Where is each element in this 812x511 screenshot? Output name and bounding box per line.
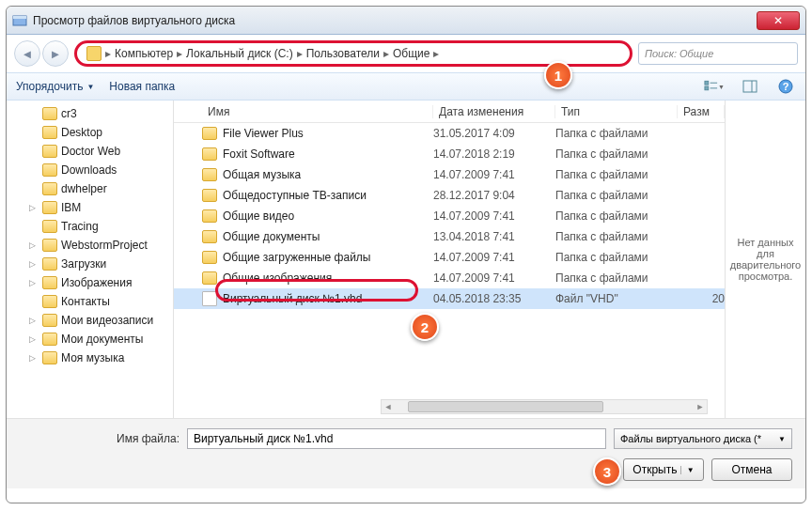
folder-icon <box>86 46 102 61</box>
col-name[interactable]: Имя <box>202 105 433 118</box>
folder-icon <box>202 251 217 264</box>
folder-icon <box>42 295 57 308</box>
new-folder-button[interactable]: Новая папка <box>109 80 175 93</box>
tree-item[interactable]: ▷Мои видеозаписи <box>7 311 173 330</box>
filename-label: Имя файла: <box>20 432 180 445</box>
search-input[interactable]: Поиск: Общие <box>638 42 798 65</box>
folder-icon <box>42 351 57 364</box>
svg-rect-2 <box>705 81 709 85</box>
folder-icon <box>42 220 57 233</box>
file-row[interactable]: File Viewer Plus31.05.2017 4:09Папка с ф… <box>174 123 725 144</box>
filetype-filter[interactable]: Файлы виртуального диска (*▼ <box>614 428 792 449</box>
tree-item[interactable]: Tracing <box>7 217 173 236</box>
file-row[interactable]: Общая музыка14.07.2009 7:41Папка с файла… <box>174 164 725 185</box>
folder-icon <box>42 314 57 327</box>
file-row[interactable]: Общие документы13.04.2018 7:41Папка с фа… <box>174 226 725 247</box>
folder-icon <box>42 145 57 158</box>
back-button[interactable]: ◄ <box>14 40 40 67</box>
cancel-button[interactable]: Отмена <box>711 458 792 481</box>
tree-item[interactable]: ▷Изображения <box>7 273 173 292</box>
address-bar[interactable]: ▸ Компьютер▸ Локальный диск (C:)▸ Пользо… <box>74 40 632 67</box>
tree-item[interactable]: ▷IBM <box>7 198 173 217</box>
folder-icon <box>202 230 217 243</box>
view-mode-button[interactable]: ▼ <box>704 78 725 95</box>
dialog-footer: Имя файла: Файлы виртуального диска (*▼ … <box>7 418 805 488</box>
file-row[interactable]: Общедоступные ТВ-записи28.12.2017 9:04Па… <box>174 185 725 206</box>
tree-item[interactable]: Doctor Web <box>7 142 173 161</box>
file-row[interactable]: Foxit Software14.07.2018 2:19Папка с фай… <box>174 144 725 164</box>
annotation-callout-3: 3 <box>593 457 621 486</box>
toolbar: Упорядочить ▼ Новая папка ▼ ? <box>7 72 805 101</box>
folder-tree[interactable]: cr3DesktopDoctor WebDownloadsdwhelper▷IB… <box>7 101 174 418</box>
forward-button[interactable]: ► <box>42 40 69 67</box>
tree-item[interactable]: Desktop <box>7 123 173 142</box>
preview-pane-button[interactable] <box>740 78 760 95</box>
folder-icon <box>42 126 57 139</box>
folder-icon <box>202 147 217 161</box>
folder-icon <box>42 276 57 289</box>
folder-icon <box>42 257 57 271</box>
tree-item[interactable]: Контакты <box>7 292 173 311</box>
folder-icon <box>42 333 57 346</box>
window-title: Просмотр файлов виртуального диска <box>33 14 757 27</box>
file-row[interactable]: Общие изображения14.07.2009 7:41Папка с … <box>174 268 725 288</box>
folder-icon <box>42 107 57 120</box>
folder-icon <box>42 163 57 177</box>
filename-input[interactable] <box>187 428 606 449</box>
organize-button[interactable]: Упорядочить ▼ <box>16 80 94 93</box>
help-button[interactable]: ? <box>775 78 796 95</box>
folder-icon <box>42 201 57 214</box>
tree-item[interactable]: cr3 <box>7 104 173 123</box>
folder-icon <box>42 182 57 195</box>
preview-pane: Нет данных для дварительного просмотра. <box>725 101 805 418</box>
file-row[interactable]: Общие видео14.07.2009 7:41Папка с файлам… <box>174 206 725 226</box>
folder-icon <box>202 189 217 202</box>
file-row[interactable]: Общие загруженные файлы14.07.2009 7:41Па… <box>174 247 725 268</box>
search-placeholder: Поиск: Общие <box>645 48 713 59</box>
tree-item[interactable]: ▷WebstormProject <box>7 236 173 255</box>
tree-item[interactable]: Downloads <box>7 161 173 179</box>
svg-rect-6 <box>743 81 757 92</box>
tree-item[interactable]: dwhelper <box>7 179 173 198</box>
annotation-callout-1: 1 <box>544 61 572 89</box>
breadcrumb-segment[interactable]: Локальный диск (C:) <box>186 47 293 60</box>
file-icon <box>202 291 217 306</box>
svg-rect-3 <box>705 86 709 90</box>
file-row[interactable]: Виртуальный диск №1.vhd04.05.2018 23:35Ф… <box>174 288 725 309</box>
folder-icon <box>202 209 217 223</box>
nav-row: ◄ ► ▸ Компьютер▸ Локальный диск (C:)▸ По… <box>7 35 805 72</box>
folder-icon <box>202 168 217 181</box>
horizontal-scrollbar[interactable]: ◄► <box>381 399 708 414</box>
breadcrumb-segment[interactable]: Пользователи <box>306 47 380 60</box>
svg-rect-1 <box>13 16 26 19</box>
open-button[interactable]: Открыть ▼ <box>623 458 704 481</box>
close-button[interactable]: ✕ <box>757 11 800 30</box>
app-icon <box>12 13 27 28</box>
folder-icon <box>202 127 217 140</box>
col-size[interactable]: Разм <box>678 105 725 118</box>
tree-item[interactable]: ▷Загрузки <box>7 255 173 273</box>
col-modified[interactable]: Дата изменения <box>433 105 555 118</box>
file-list[interactable]: Имя Дата изменения Тип Разм File Viewer … <box>174 101 725 418</box>
svg-text:?: ? <box>783 81 789 92</box>
col-type[interactable]: Тип <box>555 105 678 118</box>
tree-item[interactable]: ▷Моя музыка <box>7 348 173 367</box>
breadcrumb-segment[interactable]: Общие <box>393 47 429 60</box>
tree-item[interactable]: ▷Мои документы <box>7 330 173 348</box>
column-headers[interactable]: Имя Дата изменения Тип Разм <box>174 101 725 123</box>
annotation-callout-2: 2 <box>411 313 439 341</box>
folder-icon <box>42 239 57 252</box>
titlebar: Просмотр файлов виртуального диска ✕ <box>7 7 805 35</box>
folder-icon <box>202 271 217 285</box>
breadcrumb-segment[interactable]: Компьютер <box>115 47 173 60</box>
